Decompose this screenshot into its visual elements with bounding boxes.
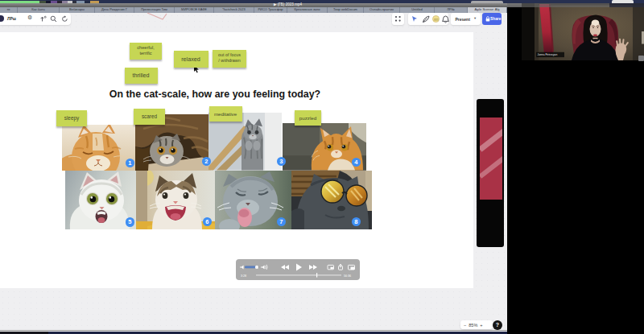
svg-text:56:36: 56:36 — [344, 274, 351, 278]
svg-text:Janna Petrosyan: Janna Petrosyan — [538, 53, 558, 56]
svg-text:3:28: 3:28 — [241, 274, 246, 278]
